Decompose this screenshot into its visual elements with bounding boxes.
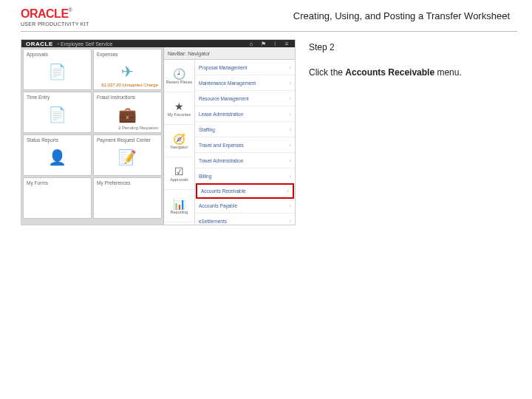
homepage-tile[interactable]: Expenses✈$1,027.20 Unapplied Charge xyxy=(93,49,162,90)
tile-label: Fraud Instructions xyxy=(97,95,158,100)
nav-item-label: Proposal Management xyxy=(199,65,247,70)
nav-item[interactable]: Proposal Management› xyxy=(195,60,295,75)
nav-item-label: Accounts Receivable xyxy=(201,188,246,194)
nav-item-accounts-receivable[interactable]: Accounts Receivable› xyxy=(196,183,294,199)
homepage-tile[interactable]: Time Entry📄 xyxy=(23,92,92,133)
tile-icon: ✈ xyxy=(121,63,134,81)
tile-label: Approvals xyxy=(27,52,88,57)
instruction-post: menu. xyxy=(434,67,462,78)
nav-item[interactable]: Travel Administration› xyxy=(195,153,295,168)
nav-item[interactable]: Travel and Expenses› xyxy=(195,137,295,153)
tile-icon: 💼 xyxy=(118,106,137,123)
navbar-shortcut[interactable]: ☑Approvals xyxy=(164,157,194,190)
navbar-shortcut-label: Reporting xyxy=(171,211,188,215)
chevron-right-icon: › xyxy=(290,143,291,148)
nav-item-label: Resource Management xyxy=(199,96,249,101)
chevron-right-icon: › xyxy=(287,188,289,194)
navbar-shortcut[interactable]: 📊Reporting xyxy=(164,190,194,222)
navbar-shortcut-icon: ★ xyxy=(174,100,184,112)
navbar-shortcut-label: Approvals xyxy=(170,178,188,183)
navbar-shortcut-label: Recent Places xyxy=(166,81,192,85)
homepage-tile[interactable]: Approvals📄 xyxy=(23,49,92,90)
tile-footer: $1,027.20 Unapplied Charge xyxy=(101,83,158,87)
navbar-icon[interactable]: ≡ xyxy=(283,40,290,47)
navbar-shortcut-icon: ☑ xyxy=(174,166,184,177)
tile-icon: 📝 xyxy=(118,149,137,166)
tile-label: Status Reports xyxy=(27,137,88,143)
chevron-right-icon: › xyxy=(290,81,291,86)
chevron-right-icon: › xyxy=(290,127,291,132)
nav-item[interactable]: Resource Management› xyxy=(195,91,295,106)
instruction-bold: Accounts Receivable xyxy=(345,67,434,78)
homepage-tile[interactable]: Fraud Instructions💼2 Pending Requests xyxy=(93,92,162,133)
nav-item-label: eSettlements xyxy=(199,219,227,224)
chevron-right-icon: › xyxy=(290,158,291,163)
instruction-column: Step 2 Click the Accounts Receivable men… xyxy=(309,39,517,225)
navbar-header: NavBar: Navigator xyxy=(164,47,295,60)
chevron-right-icon: › xyxy=(290,96,291,101)
nav-item[interactable]: Billing› xyxy=(195,168,295,184)
tile-label: My Forms xyxy=(27,180,88,185)
divider xyxy=(21,31,517,32)
app-body: Approvals📄Expenses✈$1,027.20 Unapplied C… xyxy=(21,47,295,225)
navbar-shortcut[interactable]: 🕘Recent Places xyxy=(164,60,194,92)
actions-icon[interactable]: ⁝ xyxy=(271,40,279,47)
instruction-line: Click the Accounts Receivable menu. xyxy=(309,67,517,78)
oracle-logo: ORACLE® USER PRODUCTIVITY KIT xyxy=(21,7,89,27)
tile-label: Expenses xyxy=(97,52,158,57)
tile-label: Payment Request Center xyxy=(97,137,158,143)
app-breadcrumb: ‹ Employee Self Service xyxy=(58,41,243,47)
logo-trademark: ® xyxy=(69,7,72,13)
nav-item-label: Billing xyxy=(199,174,211,179)
chevron-right-icon: › xyxy=(290,203,291,208)
page-title: Creating, Using, and Posting a Transfer … xyxy=(293,7,510,21)
app-screenshot: ORACLE ‹ Employee Self Service ⌂ ⚑ ⁝ ≡ A… xyxy=(21,39,296,225)
home-icon[interactable]: ⌂ xyxy=(248,40,255,47)
nav-item[interactable]: Maintenance Management› xyxy=(195,75,295,91)
homepage-tile[interactable]: My Preferences xyxy=(93,177,162,219)
app-brand: ORACLE xyxy=(26,41,53,47)
tile-label: Time Entry xyxy=(27,95,88,100)
nav-item-label: Maintenance Management xyxy=(199,81,256,86)
tile-grid: Approvals📄Expenses✈$1,027.20 Unapplied C… xyxy=(21,47,163,225)
navbar-body: 🕘Recent Places★My Favorites🧭Navigator☑Ap… xyxy=(164,60,295,225)
navbar-shortcut-icon: 🧭 xyxy=(173,133,185,145)
chevron-right-icon: › xyxy=(290,112,291,117)
navbar-shortcut[interactable]: ★My Favorites xyxy=(164,92,194,125)
navbar-shortcut-label: Navigator xyxy=(171,146,188,150)
content-row: ORACLE ‹ Employee Self Service ⌂ ⚑ ⁝ ≡ A… xyxy=(0,35,532,225)
tile-icon: 📄 xyxy=(48,106,66,123)
nav-item-label: Staffing xyxy=(199,127,215,132)
logo-subtitle: USER PRODUCTIVITY KIT xyxy=(21,21,89,27)
chevron-right-icon: › xyxy=(290,65,291,70)
navbar-shortcut-icon: 🕘 xyxy=(173,68,185,80)
instruction-pre: Click the xyxy=(309,67,345,78)
tile-icon: 👤 xyxy=(48,149,66,166)
nav-item[interactable]: Staffing› xyxy=(195,122,295,137)
step-label: Step 2 xyxy=(309,42,517,52)
page-header: ORACLE® USER PRODUCTIVITY KIT Creating, … xyxy=(0,0,532,31)
navbar-menu-list: Proposal Management›Maintenance Manageme… xyxy=(195,60,295,225)
navbar-shortcut[interactable]: 🧭Navigator xyxy=(164,125,194,157)
chevron-right-icon: › xyxy=(290,174,291,179)
nav-item-label: Travel and Expenses xyxy=(199,143,244,148)
logo-text: ORACLE xyxy=(21,7,69,20)
nav-item[interactable]: Accounts Payable› xyxy=(195,198,295,214)
chevron-right-icon: › xyxy=(290,219,291,224)
tile-label: My Preferences xyxy=(97,180,158,185)
navbar-icon-column: 🕘Recent Places★My Favorites🧭Navigator☑Ap… xyxy=(164,60,195,225)
nav-item-label: Accounts Payable xyxy=(199,203,237,208)
tile-footer: 2 Pending Requests xyxy=(118,126,158,130)
navbar-panel: NavBar: Navigator 🕘Recent Places★My Favo… xyxy=(163,47,295,225)
tile-icon: 📄 xyxy=(48,63,66,81)
homepage-tile[interactable]: Payment Request Center📝 xyxy=(93,134,162,176)
homepage-tile[interactable]: Status Reports👤 xyxy=(23,134,92,176)
app-topbar: ORACLE ‹ Employee Self Service ⌂ ⚑ ⁝ ≡ xyxy=(21,40,295,47)
nav-item[interactable]: eSettlements› xyxy=(195,214,295,225)
navbar-shortcut-icon: 📊 xyxy=(173,198,185,210)
homepage-tile[interactable]: My Forms xyxy=(23,177,92,219)
nav-item-label: Travel Administration xyxy=(199,158,243,163)
nav-item-label: Lease Administration xyxy=(199,112,243,117)
nav-item[interactable]: Lease Administration› xyxy=(195,106,295,122)
flag-icon[interactable]: ⚑ xyxy=(259,40,267,47)
